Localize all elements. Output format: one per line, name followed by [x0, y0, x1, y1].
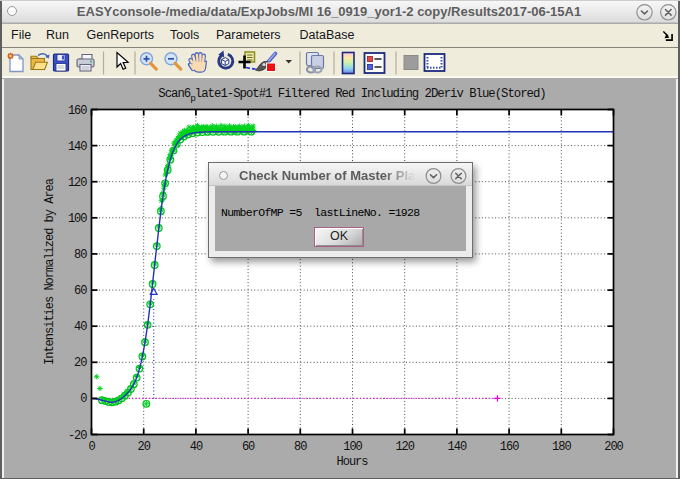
svg-text:160: 160: [68, 104, 87, 118]
svg-text:160: 160: [500, 440, 519, 454]
svg-text:40: 40: [74, 320, 87, 334]
svg-text:100: 100: [68, 212, 87, 226]
svg-text:140: 140: [448, 440, 467, 454]
svg-text:20: 20: [137, 440, 150, 454]
svg-text:80: 80: [74, 248, 87, 262]
svg-text:120: 120: [68, 176, 87, 190]
svg-text:-20: -20: [68, 429, 87, 443]
svg-text:120: 120: [395, 440, 414, 454]
svg-text:140: 140: [68, 140, 87, 154]
svg-text:Intensities Normalized by Area: Intensities Normalized by Area: [43, 178, 57, 365]
svg-text:0: 0: [88, 440, 95, 454]
svg-text:Hours: Hours: [336, 455, 368, 469]
svg-text:80: 80: [294, 440, 307, 454]
svg-text:180: 180: [552, 440, 571, 454]
svg-text:60: 60: [242, 440, 255, 454]
svg-text:100: 100: [343, 440, 362, 454]
svg-text:200: 200: [604, 440, 623, 454]
svg-text:40: 40: [190, 440, 203, 454]
svg-text:0: 0: [80, 392, 87, 406]
svg-text:Scan6plate1-Spot#1 Filtered Re: Scan6plate1-Spot#1 Filtered Red Includin…: [158, 87, 545, 104]
svg-text:60: 60: [74, 284, 87, 298]
svg-text:20: 20: [74, 356, 87, 370]
